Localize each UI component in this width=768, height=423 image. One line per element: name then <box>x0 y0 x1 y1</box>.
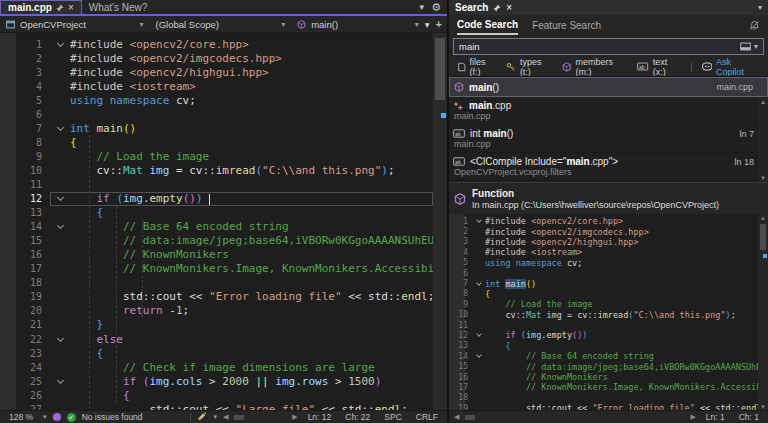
fold-caret[interactable] <box>473 351 485 361</box>
scrollbar-thumb[interactable] <box>435 38 445 100</box>
search-results-list: main() main.cpp main.cpp main.cpp ab int… <box>449 76 768 182</box>
code-text: // Base 64 encoded string <box>70 220 289 233</box>
fold-caret[interactable] <box>50 220 70 233</box>
document-tabstrip: main.cpp × What's New? ▾ ⚙ <box>0 0 447 16</box>
column-indicator[interactable]: Ch: 1 <box>735 412 763 422</box>
line-number: 27 <box>0 404 50 410</box>
results-scrollbar[interactable]: ▲ ▼ <box>758 98 768 182</box>
zoom-level[interactable]: 128 % <box>5 412 37 422</box>
preview-code[interactable]: 1#include <opencv2/core.hpp>2#include <o… <box>449 214 758 410</box>
issues-status[interactable]: No issues found <box>82 412 143 422</box>
line-number: 12 <box>0 193 50 204</box>
notifications-muted-bell-icon[interactable] <box>749 20 760 31</box>
code-line: 15 // data:image/jpeg;base64,iVBORw0KGgo… <box>449 361 758 371</box>
scroll-right-icon[interactable]: ▶ <box>690 413 695 421</box>
suggestions-pencil-icon[interactable] <box>197 412 207 422</box>
code-text: if (img.empty()) <box>485 330 587 340</box>
tab-list-caret-icon[interactable]: ▾ <box>420 2 425 12</box>
code-line: 7int main() <box>449 278 758 288</box>
scroll-left-icon[interactable]: ◀ <box>454 413 459 421</box>
hscrollbar-thumb[interactable] <box>234 415 244 420</box>
column-indicator[interactable]: Ch: 22 <box>341 412 374 422</box>
chevron-down-icon[interactable]: ▾ <box>754 42 758 51</box>
line-number: 9 <box>0 151 50 162</box>
filter-types[interactable]: types (t:) <box>506 57 553 77</box>
eol-indicator[interactable]: CRLF <box>412 412 442 422</box>
tab-label: Code Search <box>457 19 518 30</box>
result-path: OpenCVProject.vcxproj.filters <box>453 167 764 177</box>
fold-caret[interactable] <box>473 279 485 289</box>
pin-icon[interactable] <box>56 4 64 12</box>
result-row[interactable]: main.cpp main.cpp <box>449 97 768 125</box>
fold-caret[interactable] <box>473 216 485 226</box>
scope-dropdown[interactable]: (Global Scope) ▾ <box>150 16 292 32</box>
space-mode-indicator[interactable]: SPC <box>380 412 405 422</box>
fold-caret[interactable] <box>50 38 70 51</box>
result-row[interactable]: ab <ClCompile Include="main.cpp"> ln 18 … <box>449 153 768 181</box>
editor-code[interactable]: 1#include <opencv2/core.hpp>2#include <o… <box>0 33 433 410</box>
indent-guide <box>89 135 90 410</box>
chevron-down-icon[interactable]: ▾ <box>43 413 47 421</box>
result-row[interactable]: ab int main() ln 7 main.cpp <box>449 125 768 153</box>
file-icon <box>458 62 466 72</box>
code-text: using namespace cv; <box>485 258 582 268</box>
chevron-down-icon[interactable]: ▾ <box>213 413 217 421</box>
scroll-down-icon[interactable]: ▼ <box>760 175 766 181</box>
pin-icon[interactable] <box>493 4 501 12</box>
scroll-right-icon[interactable]: ▶ <box>292 413 297 421</box>
code-text: // data:image/jpeg;base64,iVBORw0KGgoAAA… <box>485 362 758 372</box>
fold-caret[interactable] <box>50 375 70 388</box>
scroll-up-icon[interactable]: ▲ <box>758 215 768 221</box>
window-position-caret-icon[interactable]: ▾ <box>758 3 762 12</box>
indent-guide <box>142 220 143 318</box>
scroll-left-icon[interactable]: ◀ <box>223 413 228 421</box>
line-number: 26 <box>0 390 50 401</box>
text-abc-icon: ab <box>637 62 648 71</box>
code-line: 6 <box>0 107 433 121</box>
copilot-icon <box>702 62 712 71</box>
tab-main-cpp[interactable]: main.cpp × <box>0 0 82 14</box>
text-abc-icon: ab <box>453 129 465 138</box>
chevron-down-icon[interactable]: ▾ <box>425 19 430 30</box>
close-icon[interactable]: × <box>68 2 74 13</box>
tab-code-search[interactable]: Code Search <box>457 15 518 35</box>
tool-window-title: Search <box>455 2 488 13</box>
code-line: 27 std::cout << "Large file" << std::end… <box>0 402 433 410</box>
code-text: if (img.empty()) <box>70 192 210 205</box>
line-indicator[interactable]: Ln: 12 <box>304 412 336 422</box>
symbol-dropdown[interactable]: main() ▾ <box>291 16 425 32</box>
fold-caret[interactable] <box>50 192 70 205</box>
line-number: 11 <box>0 179 50 190</box>
editor-vertical-scrollbar[interactable] <box>433 33 447 410</box>
scope-name: (Global Scope) <box>156 19 219 30</box>
code-line: 17 // KnownMonikers.Image, KnownMonikers… <box>449 382 758 392</box>
code-line: 16 // KnownMonikers <box>0 248 433 262</box>
hscrollbar-thumb[interactable] <box>465 415 475 420</box>
tab-feature-search[interactable]: Feature Search <box>532 15 601 35</box>
tabstrip-spacer <box>154 0 419 14</box>
fold-caret[interactable] <box>50 122 70 135</box>
filter-members[interactable]: members (m:) <box>562 57 628 77</box>
close-icon[interactable]: × <box>506 2 512 13</box>
line-indicator[interactable]: Ln: 1 <box>702 412 729 422</box>
fold-caret[interactable] <box>473 330 485 340</box>
plus-icon[interactable]: + <box>436 18 442 30</box>
scroll-down-icon[interactable]: ▼ <box>758 404 768 410</box>
project-dropdown[interactable]: OpenCVProject ▾ <box>0 16 150 32</box>
scroll-up-icon[interactable]: ▲ <box>760 99 766 105</box>
scrollbar-thumb[interactable] <box>760 224 766 250</box>
filter-text[interactable]: ab text (x:) <box>637 57 681 77</box>
line-number: 18 <box>449 393 473 402</box>
result-row-selected[interactable]: main() main.cpp <box>449 77 768 97</box>
tab-whats-new[interactable]: What's New? <box>82 0 155 14</box>
preview-panel-icon[interactable] <box>740 42 751 51</box>
preview-scrollbar[interactable]: ▲ ▼ <box>758 214 768 410</box>
filter-files[interactable]: files (f:) <box>458 57 497 77</box>
ask-copilot-button[interactable]: Ask Copilot <box>702 57 759 77</box>
document-health-icon[interactable] <box>53 413 61 421</box>
fold-caret[interactable] <box>50 333 70 346</box>
search-input[interactable]: main ▾ <box>453 38 764 55</box>
line-number: 15 <box>449 362 473 371</box>
line-number: 5 <box>0 95 50 106</box>
gear-icon[interactable]: ⚙ <box>431 2 441 13</box>
